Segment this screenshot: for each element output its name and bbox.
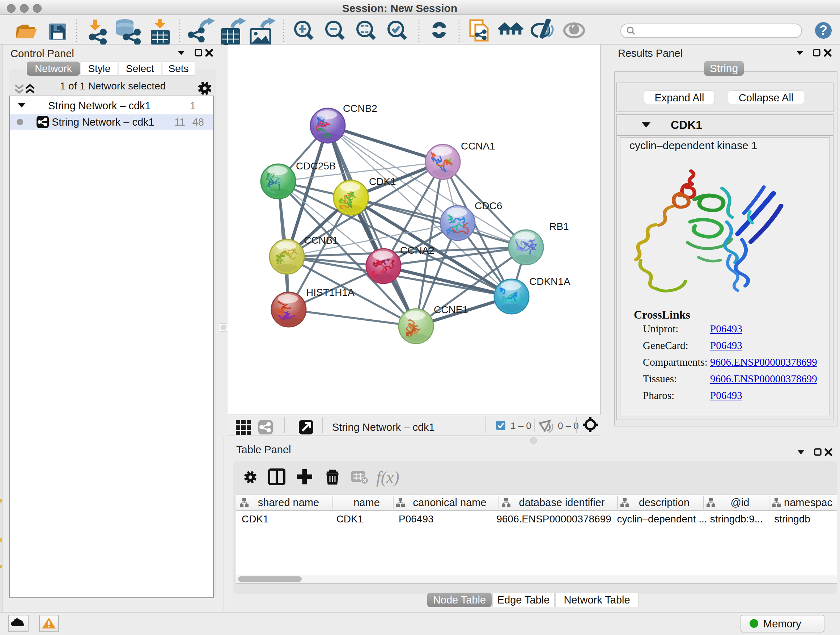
svg-text:1 – 0: 1 – 0: [510, 420, 531, 431]
svg-text:CDC6: CDC6: [475, 200, 502, 211]
svg-text:String Network – cdk1: String Network – cdk1: [332, 421, 435, 433]
svg-text:String Network – cdk1: String Network – cdk1: [52, 116, 155, 128]
svg-text:1: 1: [190, 100, 196, 111]
svg-text:RB1: RB1: [549, 221, 569, 232]
svg-text:CCNB1: CCNB1: [304, 234, 338, 246]
svg-text:HIST1H1A: HIST1H1A: [306, 287, 355, 298]
svg-text:CCNB2: CCNB2: [343, 103, 377, 114]
svg-text:CCNA1: CCNA1: [461, 141, 495, 152]
svg-text:CCNE1: CCNE1: [434, 304, 468, 315]
svg-text:?: ?: [819, 23, 827, 38]
svg-text:CDK1: CDK1: [369, 176, 396, 187]
svg-text:CDC25B: CDC25B: [296, 160, 336, 172]
svg-text:CDK1: CDK1: [671, 119, 702, 131]
svg-text:CCNA2: CCNA2: [400, 245, 434, 256]
svg-text:0 – 0: 0 – 0: [558, 420, 579, 431]
svg-text:11: 11: [174, 116, 185, 128]
svg-text:48: 48: [193, 116, 204, 128]
svg-text:String Network – cdk1: String Network – cdk1: [48, 100, 151, 111]
svg-text:CDKN1A: CDKN1A: [529, 276, 570, 287]
